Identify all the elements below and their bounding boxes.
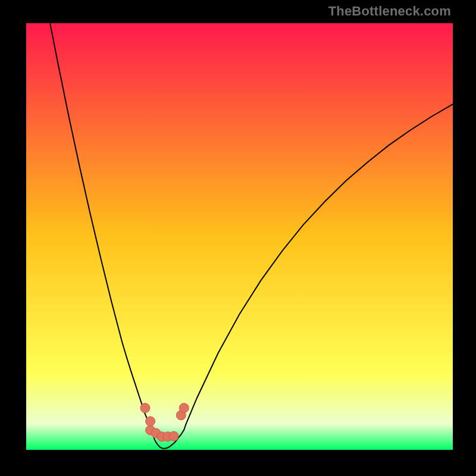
valley-marker [179,403,189,413]
gradient-background [26,23,453,450]
valley-marker [140,403,150,413]
valley-marker [146,416,155,426]
valley-marker [169,431,178,441]
chart-frame: TheBottleneck.com [0,0,476,476]
chart-svg [26,23,453,450]
plot-area [26,23,453,450]
watermark-text: TheBottleneck.com [328,4,451,19]
